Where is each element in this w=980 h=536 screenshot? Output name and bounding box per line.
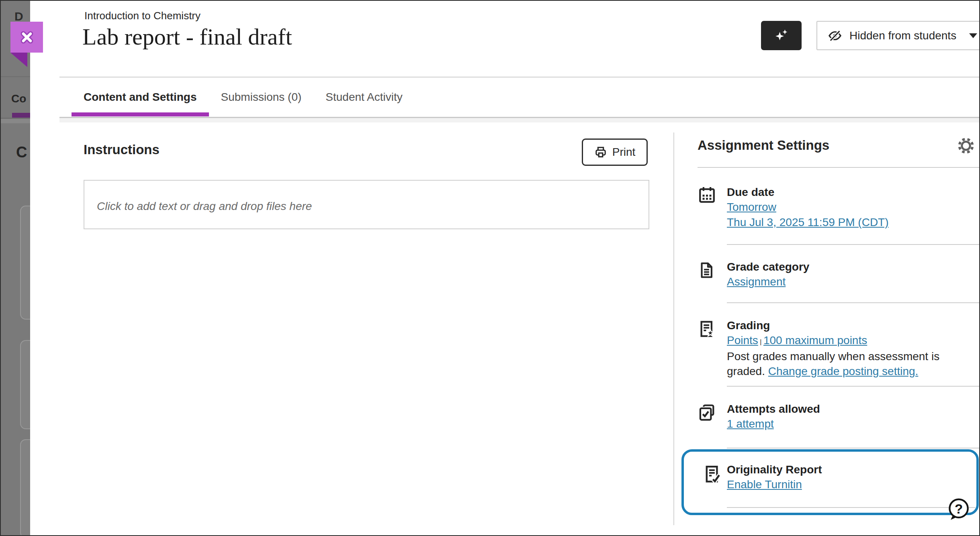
- background-partial-heading: C: [16, 144, 27, 161]
- background-band: [1, 119, 30, 123]
- grading-points-link[interactable]: Points: [727, 333, 758, 348]
- tab-submissions[interactable]: Submissions (0): [209, 77, 314, 117]
- tab-content-and-settings[interactable]: Content and Settings: [72, 77, 209, 117]
- points-separator: |: [760, 338, 761, 345]
- grade-category-link[interactable]: Assignment: [727, 274, 786, 289]
- instructions-heading: Instructions: [84, 142, 160, 157]
- due-date-section: Due date Tomorrow Thu Jul 3, 2025 11:59 …: [727, 185, 980, 230]
- assignment-settings-heading: Assignment Settings: [698, 138, 829, 153]
- question-mark-glyph: ?: [955, 501, 963, 516]
- change-grade-posting-link[interactable]: Change grade posting setting.: [768, 365, 919, 377]
- visibility-label: Hidden from students: [849, 29, 962, 42]
- tabbar-shadow-band: [59, 118, 979, 122]
- sidebar-divider: [727, 386, 980, 387]
- due-date-relative-link[interactable]: Tomorrow: [727, 200, 776, 215]
- background-partial-tab: Co: [11, 92, 26, 105]
- print-label: Print: [612, 146, 636, 159]
- content-sidebar-divider: [673, 132, 674, 525]
- grading-title: Grading: [727, 318, 980, 333]
- background-partial-title: D: [14, 10, 23, 23]
- page-title: Lab report - final draft: [82, 23, 292, 50]
- printer-icon: [594, 146, 607, 159]
- sidebar-divider: [698, 167, 980, 168]
- sidebar-divider: [727, 448, 980, 448]
- originality-title: Originality Report: [727, 462, 980, 477]
- background-card: [20, 439, 30, 535]
- grade-posting-note: Post grades manually when assessment is …: [727, 349, 972, 379]
- attempts-link[interactable]: 1 attempt: [727, 416, 774, 432]
- grading-points-row: Points | 100 maximum points: [727, 333, 980, 348]
- background-card: [20, 206, 30, 320]
- background-card: [20, 340, 30, 429]
- grading-max-points-link[interactable]: 100 maximum points: [763, 333, 867, 348]
- sidebar-divider: [727, 302, 980, 303]
- due-date-title: Due date: [727, 185, 980, 200]
- gear-icon[interactable]: [956, 136, 976, 155]
- visibility-dropdown[interactable]: Hidden from students: [816, 21, 980, 50]
- attempts-title: Attempts allowed: [727, 401, 980, 416]
- document-check-icon: [702, 463, 722, 485]
- ai-design-assistant-button[interactable]: [761, 21, 802, 50]
- due-date-datetime-link[interactable]: Thu Jul 3, 2025 11:59 PM (CDT): [727, 215, 889, 230]
- tab-bar: Content and Settings Submissions (0) Stu…: [72, 77, 415, 117]
- app-window: D Co C Introduction to Chemistry Lab rep…: [0, 0, 980, 536]
- attempts-check-icon: [698, 402, 716, 423]
- calendar-icon: [698, 185, 716, 206]
- chevron-down-icon: [969, 33, 977, 38]
- background-tab-underline: [12, 113, 30, 118]
- grading-section: Grading Points | 100 maximum points Post…: [727, 318, 980, 379]
- close-panel-button[interactable]: [10, 22, 43, 53]
- tab-student-activity[interactable]: Student Activity: [313, 77, 414, 117]
- background-divider: [1, 76, 30, 77]
- grade-category-section: Grade category Assignment: [727, 259, 980, 289]
- attempts-section: Attempts allowed 1 attempt: [727, 401, 980, 432]
- sidebar-divider: [727, 244, 980, 245]
- editor-placeholder: Click to add text or drag and drop files…: [97, 200, 312, 213]
- breadcrumb: Introduction to Chemistry: [84, 10, 201, 22]
- grade-category-title: Grade category: [727, 259, 980, 274]
- help-button[interactable]: ?: [947, 497, 970, 522]
- instructions-editor[interactable]: Click to add text or drag and drop files…: [84, 180, 649, 229]
- eye-slash-icon: [828, 29, 842, 43]
- sidebar-divider: [727, 507, 975, 508]
- print-button[interactable]: Print: [582, 139, 648, 166]
- close-icon: [18, 28, 36, 47]
- enable-turnitin-link[interactable]: Enable Turnitin: [727, 477, 802, 492]
- document-icon: [698, 260, 716, 281]
- sparkles-icon: [773, 27, 790, 45]
- originality-section: Originality Report Enable Turnitin: [727, 462, 980, 492]
- dimmed-background-page: D Co C: [1, 1, 30, 535]
- assignment-panel: Introduction to Chemistry Lab report - f…: [30, 1, 979, 535]
- document-star-icon: [698, 318, 716, 340]
